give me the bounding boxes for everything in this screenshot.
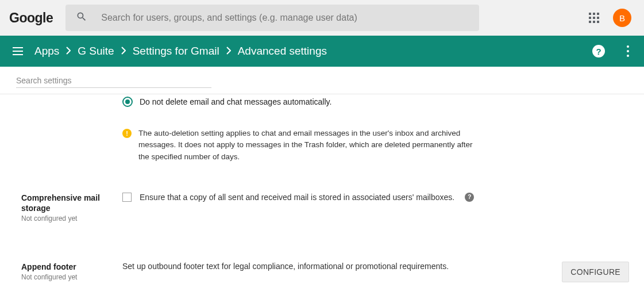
more-menu-icon[interactable] [624,43,631,59]
comprehensive-storage-section: Comprehensive mail storage Not configure… [0,174,644,234]
auto-delete-radio-option[interactable]: Do not delete email and chat messages au… [122,97,546,107]
chevron-right-icon [66,45,71,57]
auto-delete-info-text: The auto-deletion setting applies to cha… [138,128,477,163]
user-avatar[interactable]: B [613,9,631,27]
chevron-right-icon [226,45,231,57]
menu-hamburger-icon[interactable] [13,47,24,55]
comprehensive-checkbox-label: Ensure that a copy of all sent and recei… [140,193,454,202]
search-settings-input[interactable] [16,74,211,88]
breadcrumb-apps[interactable]: Apps [34,45,59,57]
restrict-delivery-section: Restrict delivery Not configured yet Res… [0,294,644,303]
breadcrumb-settings-gmail[interactable]: Settings for Gmail [133,45,219,57]
top-header: Google B [0,0,644,36]
warning-icon: ! [122,129,132,138]
comprehensive-title: Comprehensive mail storage [21,193,122,213]
append-footer-section: Append footer Not configured yet Set up … [0,234,644,294]
breadcrumb-advanced[interactable]: Advanced settings [238,45,327,57]
breadcrumb-bar: Apps G Suite Settings for Gmail Advanced… [0,36,644,67]
google-logo: Google [9,10,53,26]
chevron-right-icon [121,45,126,57]
auto-delete-info: ! The auto-deletion setting applies to c… [122,128,546,163]
settings-content: Do not delete email and chat messages au… [0,94,644,303]
global-search-bar[interactable] [65,5,479,31]
append-footer-title: Append footer [21,262,122,272]
append-footer-status: Not configured yet [21,273,122,281]
help-tooltip-icon[interactable]: ? [465,193,474,202]
search-icon [76,11,87,25]
comprehensive-status: Not configured yet [21,214,122,223]
apps-grid-icon[interactable] [589,13,599,23]
configure-button[interactable]: CONFIGURE [562,262,629,282]
help-icon[interactable]: ? [592,45,605,57]
append-footer-description: Set up outbound footer text for legal co… [122,262,546,271]
comprehensive-checkbox[interactable] [122,193,132,202]
auto-delete-radio-label: Do not delete email and chat messages au… [140,97,331,106]
global-search-input[interactable] [101,13,469,23]
breadcrumb-gsuite[interactable]: G Suite [78,45,114,57]
radio-selected-icon [122,97,133,107]
auto-delete-section: Do not delete email and chat messages au… [0,94,644,174]
breadcrumb: Apps G Suite Settings for Gmail Advanced… [34,45,327,57]
search-settings-row [0,67,644,94]
